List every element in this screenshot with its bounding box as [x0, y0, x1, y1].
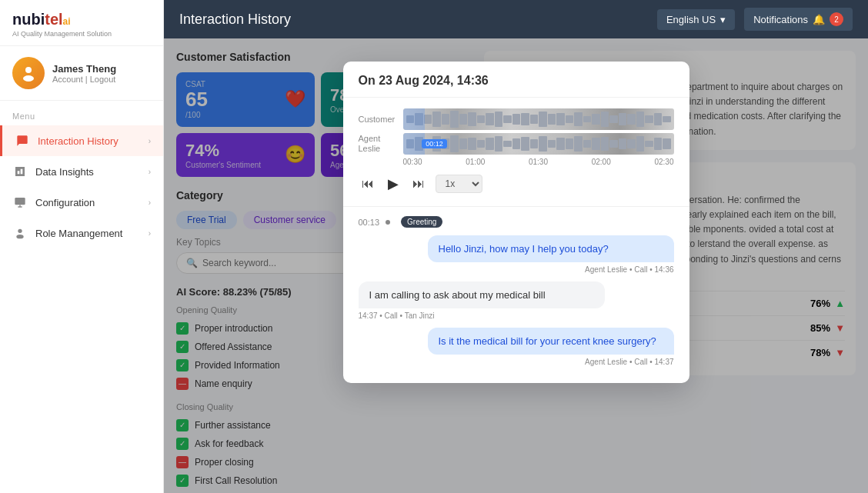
- skip-back-button[interactable]: ⏮: [359, 174, 377, 194]
- bell-icon: 🔔: [813, 14, 825, 25]
- sidebar-item-label-interaction: Interaction History: [38, 135, 149, 147]
- speed-selector[interactable]: 1x 1.5x 2x: [436, 175, 482, 193]
- chat-messages: 00:13 Greeting Hello Jinzi, how may I he…: [343, 207, 689, 383]
- modal-title: On 23 Aug 2024, 14:36: [359, 74, 674, 88]
- skip-forward-button[interactable]: ⏭: [409, 174, 428, 194]
- time-0130: 01:30: [529, 158, 548, 166]
- agent-meta-1: Agent Leslie • Call • 14:36: [359, 265, 674, 274]
- logo-tel: tel: [45, 11, 62, 28]
- sidebar-item-label-insights: Data Insights: [35, 166, 149, 178]
- language-selector[interactable]: English US ▾: [657, 9, 735, 30]
- notifications-button[interactable]: Notifications 🔔 2: [744, 8, 853, 31]
- agent-message-2: Is it the medical bill for your recent k…: [428, 328, 674, 355]
- agent-waveform[interactable]: 00:12: [403, 133, 674, 155]
- chevron-right-icon: ›: [149, 137, 151, 145]
- current-time-display: 00:12: [422, 139, 447, 148]
- logo-subtitle: AI Quality Management Solution: [12, 30, 151, 38]
- svg-point-4: [16, 235, 23, 238]
- time-0030: 00:30: [403, 158, 422, 166]
- sidebar-item-role-management[interactable]: Role Manangement ›: [0, 218, 163, 248]
- chevron-right-icon-4: ›: [149, 229, 151, 238]
- customer-waveform-row: Customer: [359, 108, 674, 130]
- time-0230: 02:30: [654, 158, 673, 166]
- agent-label: AgentLeslie: [359, 134, 397, 154]
- chat-icon: [15, 133, 30, 148]
- sidebar-item-label-config: Configuration: [35, 197, 149, 208]
- time-0100: 01:00: [466, 158, 485, 166]
- customer-waveform[interactable]: [403, 108, 674, 130]
- audio-player: Customer: [343, 98, 689, 207]
- notification-badge: 2: [830, 12, 843, 26]
- svg-rect-2: [15, 198, 25, 205]
- avatar: [12, 57, 45, 89]
- header: Interaction History English US ▾ Notific…: [164, 0, 868, 38]
- sidebar: nubitelai AI Quality Management Solution…: [0, 0, 164, 493]
- call-detail-modal: On 23 Aug 2024, 14:36 Customer: [343, 62, 689, 383]
- modal-header: On 23 Aug 2024, 14:36: [343, 62, 689, 98]
- chevron-down-icon: ▾: [720, 14, 726, 25]
- user-profile: James Theng Account | Logout: [0, 46, 163, 101]
- menu-label: Menu: [0, 101, 163, 125]
- greeting-badge: Greeting: [401, 216, 442, 228]
- agent-meta-2: Agent Leslie • Call • 14:37: [359, 358, 674, 366]
- sidebar-item-configuration[interactable]: Configuration ›: [0, 187, 163, 218]
- timestamp-dot: [386, 220, 390, 225]
- agent-message-1: Hello Jinzi, how may I help you today?: [428, 235, 674, 262]
- timestamp-value: 00:13: [359, 218, 380, 227]
- sidebar-item-data-insights[interactable]: Data Insights ›: [0, 156, 163, 187]
- main-content: Interaction History English US ▾ Notific…: [164, 0, 868, 493]
- time-0200: 02:00: [592, 158, 611, 166]
- logo-ai: ai: [63, 16, 71, 27]
- customer-meta-1: 14:37 • Call • Tan Jinzi: [359, 311, 674, 320]
- chevron-right-icon-2: ›: [149, 168, 151, 176]
- svg-point-1: [23, 75, 34, 82]
- page-title: Interaction History: [179, 12, 291, 28]
- user-icon: [12, 225, 28, 241]
- monitor-icon: [12, 195, 28, 210]
- sidebar-item-label-role: Role Manangement: [35, 228, 149, 239]
- user-links[interactable]: Account | Logout: [52, 75, 116, 84]
- sidebar-item-interaction-history[interactable]: Interaction History ›: [0, 125, 163, 156]
- svg-point-0: [25, 67, 32, 73]
- logo-nubi: nubi: [12, 11, 45, 28]
- content-area: Customer Satisfaction CSAT 65 /100 ❤️ 78…: [164, 38, 868, 493]
- header-controls: English US ▾ Notifications 🔔 2: [657, 8, 853, 31]
- play-button[interactable]: ▶: [385, 172, 402, 195]
- player-controls: ⏮ ▶ ⏭ 1x 1.5x 2x: [359, 172, 674, 195]
- time-markers: 00:30 01:00 01:30 02:00 02:30: [359, 158, 674, 166]
- svg-point-3: [18, 229, 22, 233]
- agent-waveform-row: AgentLeslie: [359, 133, 674, 155]
- chart-icon: [12, 164, 28, 179]
- chat-timestamp: 00:13 Greeting: [359, 216, 674, 228]
- logo: nubitelai AI Quality Management Solution: [0, 0, 163, 46]
- user-name: James Theng: [52, 63, 116, 75]
- modal-overlay: On 23 Aug 2024, 14:36 Customer: [164, 38, 868, 493]
- customer-label: Customer: [359, 115, 397, 124]
- customer-message-1: I am calling to ask about my medical bil…: [359, 281, 605, 308]
- chevron-right-icon-3: ›: [149, 198, 151, 207]
